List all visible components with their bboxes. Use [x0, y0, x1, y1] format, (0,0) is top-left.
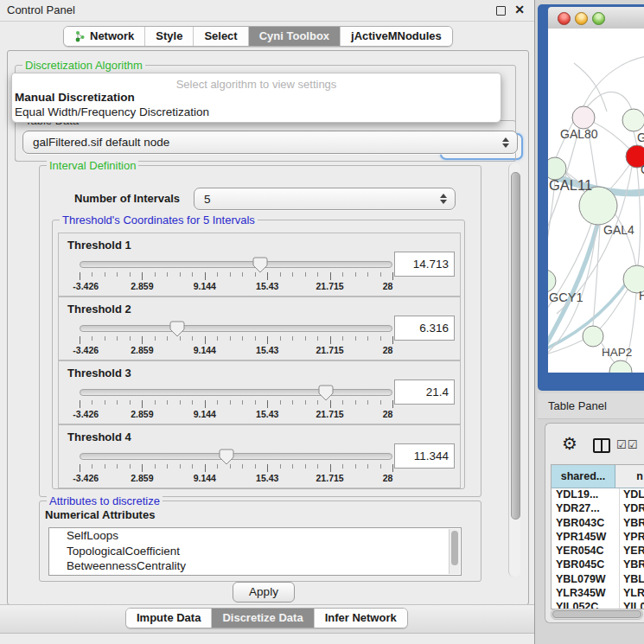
- number-of-intervals-combobox[interactable]: 5: [194, 188, 456, 210]
- table-row[interactable]: YLR345WYLR3: [552, 587, 644, 601]
- tab-network[interactable]: Network: [64, 27, 145, 46]
- apply-button[interactable]: Apply: [233, 582, 295, 603]
- network-node[interactable]: [622, 109, 644, 131]
- float-window-icon[interactable]: [496, 6, 506, 16]
- control-panel-title: Control Panel: [7, 3, 75, 16]
- thresholds-group-label: Threshold's Coordinates for 5 Intervals: [60, 214, 258, 226]
- slider-track[interactable]: [80, 325, 392, 332]
- slider-ticks: [80, 464, 392, 472]
- slider-tick-labels: -3.426 2.859 9.144 15.43 21.715 28: [80, 473, 392, 483]
- gear-icon[interactable]: ⚙: [562, 435, 577, 452]
- tab-select[interactable]: Select: [194, 27, 248, 46]
- tab-impute-data[interactable]: Impute Data: [126, 609, 212, 628]
- threshold-2-value-field[interactable]: 6.316: [394, 316, 455, 341]
- control-panel-tabs: Network Style Select Cyni Toolbox jActiv…: [63, 26, 453, 47]
- threshold-2-slider: -3.426 2.859 9.144 15.43 21.715 28: [80, 323, 392, 354]
- dropdown-placeholder: Select algorithm to view settings: [12, 78, 501, 91]
- column-header-name[interactable]: n: [615, 465, 644, 488]
- attributes-group: Attributes to discretize Numerical Attri…: [39, 501, 481, 582]
- zoom-traffic-light[interactable]: [592, 12, 605, 25]
- table-row[interactable]: YPR145WYPR1: [552, 531, 644, 545]
- cyni-bottom-tabs: Impute Data Discretize Data Infer Networ…: [125, 608, 408, 628]
- control-panel-titlebar: Control Panel ✕: [0, 0, 534, 22]
- numerical-attributes-label: Numerical Attributes: [45, 508, 155, 521]
- interval-definition-group: Interval Definition Number of Intervals …: [39, 165, 481, 497]
- cyni-toolbox-pane: Discretization Algorithm Table Data galF…: [7, 50, 529, 605]
- table-panel: ⚙ ☑☑ shared... n YDL19...YDL1 YDR27...YD…: [545, 423, 644, 623]
- checkbox-icons[interactable]: ☑☑: [616, 438, 638, 451]
- threshold-4-slider: -3.426 2.859 9.144 15.43 21.715 28: [80, 451, 392, 482]
- table-row[interactable]: YDR27...YDR2: [552, 502, 644, 516]
- table-row[interactable]: YBR043CYBR0: [552, 517, 644, 531]
- algorithm-dropdown-popup: Select algorithm to view settings Manual…: [11, 73, 501, 123]
- threshold-4-panel: Threshold 4 -3.426: [58, 424, 461, 488]
- network-canvas[interactable]: GAL80 G C GAL11 GAL4 GCY1 H HAP2: [548, 29, 644, 373]
- threshold-4-value-field[interactable]: 11.344: [394, 443, 455, 469]
- table-scrollbar-thumb[interactable]: [552, 610, 641, 618]
- numerical-attributes-list[interactable]: SelfLoops TopologicalCoefficient Between…: [48, 527, 462, 576]
- network-node[interactable]: [609, 360, 632, 373]
- node-attribute-table[interactable]: shared... n YDL19...YDL1 YDR27...YDR2 YB…: [551, 464, 644, 609]
- table-horizontal-scrollbar[interactable]: [551, 609, 643, 620]
- network-graph: GAL80 G C GAL11 GAL4 GCY1 H HAP2: [548, 29, 644, 373]
- list-scrollbar[interactable]: [449, 529, 460, 574]
- table-row[interactable]: YER054CYER0: [552, 545, 644, 558]
- close-traffic-light[interactable]: [558, 12, 571, 25]
- node-label-gal4: GAL4: [603, 223, 634, 237]
- threshold-3-label: Threshold 3: [67, 367, 131, 379]
- slider-tick-labels: -3.426 2.859 9.144 15.43 21.715 28: [80, 409, 392, 419]
- slider-ticks: [80, 336, 392, 344]
- network-window-titlebar: [548, 7, 644, 29]
- threshold-4-label: Threshold 4: [67, 430, 131, 443]
- table-row[interactable]: YDL19...YDL1: [552, 488, 644, 502]
- thresholds-group: Threshold's Coordinates for 5 Intervals …: [52, 220, 465, 489]
- table-row[interactable]: YBL079WYBL0: [552, 573, 644, 587]
- combo-arrows-icon: [440, 194, 447, 204]
- number-of-intervals-label: Number of Intervals: [74, 192, 180, 205]
- tab-cyni-toolbox[interactable]: Cyni Toolbox: [249, 27, 341, 46]
- tab-discretize-data[interactable]: Discretize Data: [212, 609, 314, 628]
- pane-scrollbar[interactable]: [508, 163, 520, 577]
- threshold-2-panel: Threshold 2 -3.426: [58, 296, 461, 360]
- threshold-1-slider: -3.426 2.859 9.144 15.43 21.715 28: [80, 259, 392, 290]
- threshold-1-panel: Threshold 1 -3.426: [58, 233, 461, 296]
- slider-track[interactable]: [80, 389, 392, 396]
- table-panel-title: Table Panel: [548, 399, 607, 412]
- slider-ticks: [80, 272, 392, 280]
- attributes-group-label: Attributes to discretize: [47, 494, 163, 507]
- split-columns-icon[interactable]: [593, 438, 610, 453]
- table-data-value: galFiltered.sif default node: [33, 136, 169, 149]
- dropdown-option-manual-discretization[interactable]: Manual Discretization: [14, 91, 499, 105]
- list-item[interactable]: TopologicalCoefficient: [49, 544, 461, 559]
- column-header-shared-name[interactable]: shared...: [552, 465, 615, 488]
- control-panel: Control Panel ✕ Network Style Select Cyn…: [0, 0, 535, 644]
- tab-style[interactable]: Style: [145, 27, 194, 46]
- slider-track[interactable]: [80, 261, 392, 268]
- node-label-clipped: H: [639, 289, 644, 303]
- close-icon[interactable]: ✕: [514, 3, 525, 16]
- dropdown-option-equal-width[interactable]: Equal Width/Frequency Discretization: [14, 105, 499, 120]
- threshold-3-slider: -3.426 2.859 9.144 15.43 21.715 28: [80, 387, 392, 418]
- network-node-gal80[interactable]: [572, 106, 595, 129]
- slider-ticks: [80, 400, 392, 408]
- table-panel-header: Table Panel: [538, 393, 644, 419]
- network-node-hap2[interactable]: [583, 326, 603, 347]
- threshold-3-value-field[interactable]: 21.4: [394, 379, 455, 405]
- table-data-combobox[interactable]: galFiltered.sif default node: [22, 131, 518, 154]
- table-row[interactable]: YBR045CYBR0: [552, 558, 644, 572]
- slider-track[interactable]: [80, 453, 392, 460]
- node-label-gal80: GAL80: [560, 127, 598, 141]
- threshold-1-value-field[interactable]: 14.713: [394, 252, 455, 277]
- list-item[interactable]: SelfLoops: [49, 528, 461, 544]
- minimize-traffic-light[interactable]: [575, 12, 588, 25]
- table-data-group: Table Data galFiltered.sif default node: [15, 120, 516, 162]
- threshold-2-label: Threshold 2: [67, 303, 131, 316]
- combo-arrows-icon: [502, 137, 509, 148]
- list-item[interactable]: BetweennessCentrality: [49, 558, 461, 574]
- tab-infer-network[interactable]: Infer Network: [315, 609, 407, 628]
- pane-scrollbar-thumb[interactable]: [511, 172, 520, 520]
- network-node-gcy1[interactable]: [548, 270, 556, 292]
- tab-jactivemnodules[interactable]: jActiveMNodules: [341, 27, 452, 46]
- node-label-clipped: C: [641, 163, 644, 176]
- tab-network-label: Network: [90, 29, 134, 42]
